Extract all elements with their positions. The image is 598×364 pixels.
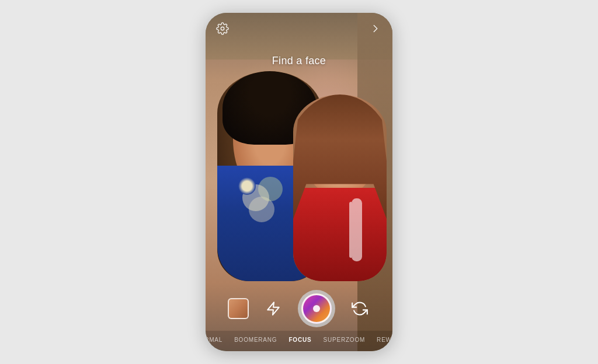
gear-icon (216, 22, 229, 35)
tab-superzoom[interactable]: SUPERZOOM (317, 334, 371, 345)
shutter-dot (313, 305, 320, 312)
mode-tabs: NORMAL BOOMERANG FOCUS SUPERZOOM REWIND (206, 331, 392, 351)
flash-button[interactable] (263, 298, 284, 319)
flash-icon (266, 301, 281, 316)
chevron-right-icon (369, 22, 382, 35)
bottom-controls: NORMAL BOOMERANG FOCUS SUPERZOOM REWIND (206, 284, 392, 351)
tab-rewind[interactable]: REWIND (371, 334, 392, 345)
camera-buttons-row (206, 284, 392, 331)
flip-icon (352, 300, 368, 317)
tab-focus[interactable]: FOCUS (283, 334, 317, 345)
person-right (293, 94, 387, 281)
gallery-thumbnail[interactable] (228, 298, 249, 319)
tab-normal[interactable]: NORMAL (206, 334, 228, 345)
shutter-inner (301, 293, 332, 324)
flip-camera-button[interactable] (349, 298, 370, 319)
svg-point-0 (221, 27, 224, 30)
tab-boomerang[interactable]: BOOMERANG (228, 334, 283, 345)
top-controls (206, 13, 392, 44)
find-face-label: Find a face (206, 55, 392, 67)
camera-view: Find a face (206, 13, 392, 351)
shutter-button[interactable] (298, 290, 335, 327)
shirt-right (293, 188, 387, 281)
svg-marker-1 (267, 302, 279, 315)
forward-button[interactable] (369, 22, 382, 35)
settings-button[interactable] (216, 22, 229, 35)
phone-frame: Find a face (206, 13, 392, 351)
